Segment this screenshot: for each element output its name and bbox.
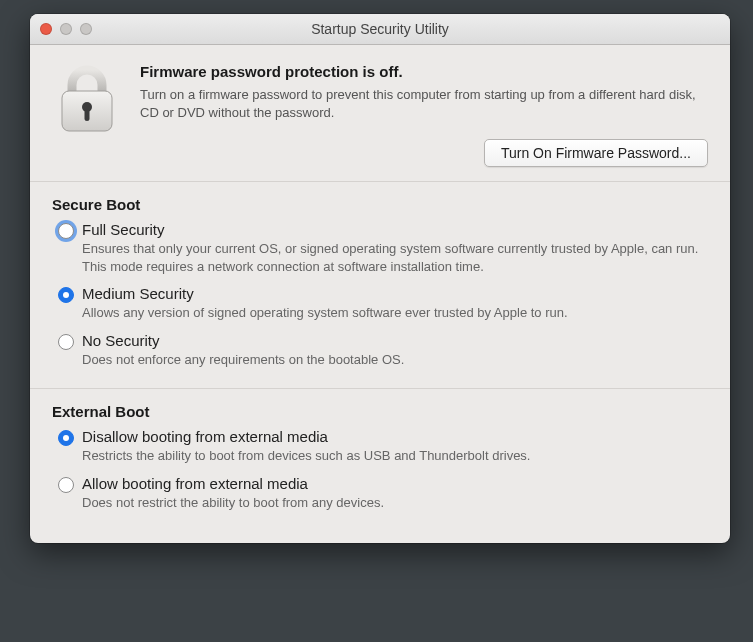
- secure-boot-option-medium: Medium Security Allows any version of si…: [58, 285, 708, 322]
- option-label: Medium Security: [82, 285, 708, 302]
- radio-full-security[interactable]: [58, 223, 74, 239]
- close-button[interactable]: [40, 23, 52, 35]
- window-title: Startup Security Utility: [30, 21, 730, 37]
- maximize-button: [80, 23, 92, 35]
- option-description: Does not restrict the ability to boot fr…: [82, 494, 708, 512]
- firmware-description: Turn on a firmware password to prevent t…: [140, 86, 708, 121]
- secure-boot-option-none: No Security Does not enforce any require…: [58, 332, 708, 369]
- secure-boot-heading: Secure Boot: [52, 196, 708, 213]
- option-label: Full Security: [82, 221, 708, 238]
- external-boot-heading: External Boot: [52, 403, 708, 420]
- traffic-lights: [40, 23, 92, 35]
- option-label: Allow booting from external media: [82, 475, 708, 492]
- radio-disallow-external[interactable]: [58, 430, 74, 446]
- firmware-text: Firmware password protection is off. Tur…: [140, 63, 708, 167]
- external-boot-option-disallow: Disallow booting from external media Res…: [58, 428, 708, 465]
- firmware-section: Firmware password protection is off. Tur…: [30, 45, 730, 182]
- option-description: Allows any version of signed operating s…: [82, 304, 708, 322]
- secure-boot-option-full: Full Security Ensures that only your cur…: [58, 221, 708, 275]
- minimize-button: [60, 23, 72, 35]
- option-description: Does not enforce any requirements on the…: [82, 351, 708, 369]
- firmware-heading: Firmware password protection is off.: [140, 63, 708, 80]
- radio-medium-security[interactable]: [58, 287, 74, 303]
- option-label: Disallow booting from external media: [82, 428, 708, 445]
- external-boot-section: External Boot Disallow booting from exte…: [30, 388, 730, 543]
- content: Firmware password protection is off. Tur…: [30, 45, 730, 543]
- radio-allow-external[interactable]: [58, 477, 74, 493]
- window: Startup Security Utility: [30, 14, 730, 543]
- svg-rect-2: [85, 109, 90, 121]
- turn-on-firmware-password-button[interactable]: Turn On Firmware Password...: [484, 139, 708, 167]
- option-description: Ensures that only your current OS, or si…: [82, 240, 708, 275]
- external-boot-option-allow: Allow booting from external media Does n…: [58, 475, 708, 512]
- titlebar: Startup Security Utility: [30, 14, 730, 45]
- lock-icon: [52, 63, 122, 167]
- radio-no-security[interactable]: [58, 334, 74, 350]
- secure-boot-section: Secure Boot Full Security Ensures that o…: [30, 182, 730, 388]
- option-label: No Security: [82, 332, 708, 349]
- option-description: Restricts the ability to boot from devic…: [82, 447, 708, 465]
